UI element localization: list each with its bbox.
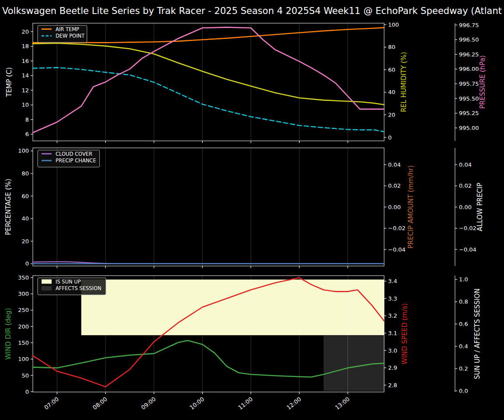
legend-label: CLOUD COVER — [56, 151, 92, 157]
legend-label: AFFECTS SESSION — [56, 285, 102, 291]
left-tick-label: 6 — [25, 131, 29, 137]
right-tick-label: 3.4 — [388, 278, 397, 284]
right-tick-label: 0.02 — [388, 182, 401, 189]
affects-session-region — [324, 335, 384, 391]
far-tick-label: 996.50 — [459, 36, 479, 43]
far-tick-label: 0.8 — [459, 298, 468, 305]
left-axis-label: TEMP (C) — [5, 67, 13, 98]
legend-label: AIR TEMP — [56, 26, 79, 32]
far-tick-label: 0.6 — [459, 321, 468, 327]
x-tick-label: 12:00 — [285, 396, 302, 411]
far-tick-label: 995.50 — [459, 95, 479, 102]
legend-label: PRECIP CHANCE — [56, 158, 96, 164]
left-tick-label: 100 — [18, 356, 29, 362]
weather-forecast-page: Volkswagen Beetle Lite Series by Trak Ra… — [0, 0, 504, 420]
far-tick-label: 0.04 — [459, 161, 472, 168]
far-tick-label: 995.75 — [459, 80, 479, 87]
far-axis-label: PRESSURE (hPa) — [479, 55, 486, 108]
left-tick-label: 18 — [21, 43, 29, 49]
right-tick-label: 20 — [388, 112, 396, 118]
legend-label: DEW POINT — [56, 33, 85, 39]
right-tick-label: 0.04 — [388, 161, 401, 168]
right-tick-label: −0.02 — [388, 225, 406, 231]
left-tick-label: 8 — [25, 116, 29, 123]
right-tick-label: 60 — [388, 66, 396, 73]
weather-forecast-chart: 68101214161820TEMP (C)020406080100REL HU… — [0, 0, 504, 420]
left-tick-label: 20 — [21, 28, 29, 35]
far-tick-label: 995.00 — [459, 125, 479, 131]
left-tick-label: 0 — [25, 388, 29, 395]
right-tick-label: 3.3 — [388, 295, 397, 302]
legend: CLOUD COVERPRECIP CHANCE — [38, 150, 100, 167]
right-tick-label: 0 — [388, 134, 392, 141]
right-tick-label: −0.04 — [388, 246, 406, 253]
left-tick-label: 50 — [21, 372, 29, 379]
x-tick-label: 13:00 — [334, 396, 351, 411]
right-axis-label: WIND SPEED (m/s) — [401, 303, 409, 364]
far-tick-label: 996.25 — [459, 51, 479, 58]
left-tick-label: 20 — [21, 238, 29, 245]
right-axis-label: PRECIP AMOUNT (mm/hr) — [407, 165, 415, 248]
is-sun-up-region — [81, 280, 384, 335]
left-tick-label: 300 — [18, 290, 29, 297]
left-tick-label: 40 — [21, 215, 29, 222]
x-tick-label: 11:00 — [237, 396, 254, 411]
far-tick-label: 996.75 — [459, 22, 479, 28]
far-tick-label: 0.4 — [459, 343, 468, 350]
legend-label: IS SUN UP — [56, 279, 81, 285]
cloud-precip-chart: 020406080100PERCENTAGE (%)0.040.020.00−0… — [4, 147, 484, 268]
right-tick-label: 2.8 — [388, 382, 397, 388]
far-tick-label: 995.25 — [459, 110, 479, 116]
x-tick-label: 07:00 — [43, 396, 60, 411]
temp-humidity-pressure-chart: 68101214161820TEMP (C)020406080100REL HU… — [5, 21, 486, 143]
wind-sun-chart: 050100150200250300350WIND DIR (deg)2.82.… — [4, 274, 481, 411]
legend-swatch-affects-session — [42, 286, 52, 290]
left-tick-label: 150 — [18, 340, 29, 346]
x-tick-label: 09:00 — [140, 396, 157, 411]
right-tick-label: 100 — [388, 21, 399, 28]
left-tick-label: 80 — [21, 170, 29, 177]
far-tick-label: 996.00 — [459, 66, 479, 72]
far-tick-label: 0.2 — [459, 365, 468, 372]
left-tick-label: 100 — [18, 147, 29, 154]
left-tick-label: 12 — [21, 87, 29, 94]
right-axis-label: REL HUMIDITY (%) — [400, 52, 408, 112]
left-tick-label: 14 — [21, 72, 29, 79]
right-tick-label: 3.2 — [388, 312, 397, 319]
right-tick-label: 0.00 — [388, 204, 401, 210]
left-tick-label: 16 — [21, 58, 29, 64]
far-axis-label: ALLOW PRECIP — [476, 183, 484, 231]
left-tick-label: 200 — [18, 323, 29, 330]
far-tick-label: 0.02 — [459, 182, 472, 189]
left-tick-label: 0 — [25, 260, 29, 267]
left-tick-label: 60 — [21, 193, 29, 200]
legend: IS SUN UPAFFECTS SESSION — [38, 278, 106, 295]
x-tick-label: 10:00 — [189, 396, 206, 411]
left-tick-label: 10 — [21, 102, 29, 108]
left-tick-label: 350 — [18, 274, 29, 281]
far-tick-label: 0.00 — [459, 204, 472, 210]
right-tick-label: 40 — [388, 89, 396, 95]
far-tick-label: 1.0 — [459, 276, 468, 283]
x-tick-label: 08:00 — [91, 396, 108, 411]
right-tick-label: 80 — [388, 44, 396, 50]
legend: AIR TEMPDEW POINT — [38, 25, 87, 42]
left-axis-label: PERCENTAGE (%) — [4, 178, 12, 235]
right-tick-label: 2.9 — [388, 364, 397, 371]
far-tick-label: −0.02 — [459, 225, 476, 231]
far-tick-label: 0.0 — [459, 388, 468, 394]
right-tick-label: 3.0 — [388, 347, 397, 354]
far-tick-label: −0.04 — [459, 246, 476, 253]
right-tick-label: 3.1 — [388, 330, 397, 336]
left-axis-label: WIND DIR (deg) — [4, 308, 12, 360]
rel-humidity-line — [33, 43, 384, 105]
legend-swatch-is-sun-up — [42, 280, 52, 284]
far-axis-label: SUN UP / AFFECTS SESSION — [473, 288, 481, 379]
left-tick-label: 250 — [18, 307, 29, 313]
